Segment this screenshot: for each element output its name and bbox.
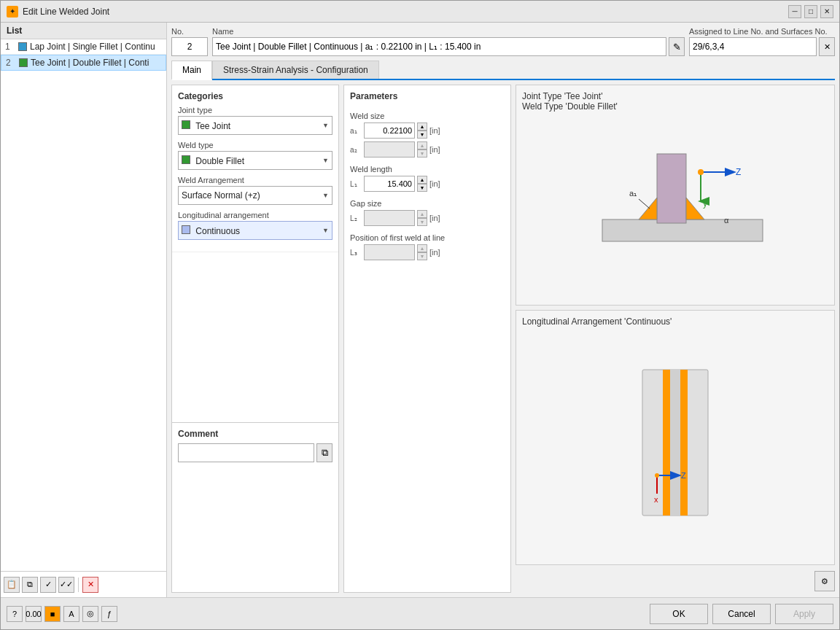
bottom-left-icons: ? 0.00 ■ A ◎ ƒ: [7, 606, 117, 622]
delete-item-button[interactable]: ✕: [82, 577, 98, 593]
diagram-panel: Joint Type 'Tee Joint' Weld Type 'Double…: [516, 85, 835, 593]
list-item-text: Lap Joint | Single Fillet | Continu: [30, 42, 155, 52]
l3-spin-up: ▲: [417, 244, 427, 252]
categories-extra: [172, 252, 338, 422]
name-input[interactable]: [212, 37, 666, 56]
joint-type-dropdown[interactable]: Tee Joint ▼: [178, 116, 332, 135]
formula-button[interactable]: ƒ: [101, 606, 117, 622]
chevron-down-icon: ▼: [322, 122, 329, 129]
title-bar-left: ✦ Edit Line Welded Joint: [7, 6, 109, 18]
l3-unit: [in]: [429, 248, 448, 257]
l3-label: L₃: [350, 249, 362, 257]
svg-text:x: x: [654, 495, 658, 504]
no-label: No.: [171, 27, 208, 36]
a2-row: a₂ ▲ ▼ [in]: [350, 141, 505, 158]
l1-spinner: ▲ ▼: [417, 176, 427, 192]
categories-section: Categories Joint type Tee Joint ▼: [172, 85, 338, 252]
comment-section: Comment ⧉: [172, 422, 338, 593]
help-button[interactable]: ?: [7, 606, 23, 622]
l3-spin-down: ▼: [417, 252, 427, 260]
a1-label: a₁: [350, 127, 362, 135]
a1-spin-up[interactable]: ▲: [417, 122, 427, 131]
view-button[interactable]: ◎: [82, 606, 98, 622]
apply-button[interactable]: Apply: [775, 604, 833, 624]
a1-input[interactable]: [364, 122, 415, 139]
right-panel: No. Name ✎ Assigned to Line No. and Surf…: [167, 23, 839, 597]
tab-main[interactable]: Main: [171, 61, 212, 80]
list-item[interactable]: 1 Lap Joint | Single Fillet | Continu: [1, 39, 166, 55]
parameters-title: Parameters: [350, 91, 505, 101]
assigned-label: Assigned to Line No. and Surfaces No.: [689, 27, 835, 36]
l1-spin-down[interactable]: ▼: [417, 184, 427, 192]
joint-type-value: Tee Joint: [195, 121, 230, 131]
longitudinal-diagram-label: Longitudinal Arrangement 'Continuous': [522, 316, 672, 327]
svg-point-11: [698, 169, 704, 175]
weld-type-dropdown[interactable]: Double Fillet ▼: [178, 151, 332, 170]
svg-text:α: α: [724, 216, 729, 225]
check-item-button[interactable]: ✓: [40, 577, 56, 593]
title-bar: ✦ Edit Line Welded Joint ─ □ ✕: [1, 1, 839, 23]
longitudinal-color: [182, 225, 190, 234]
cancel-button[interactable]: Cancel: [712, 604, 771, 624]
app-icon: ✦: [7, 6, 18, 18]
categories-title: Categories: [178, 91, 332, 101]
l1-spin-up[interactable]: ▲: [417, 176, 427, 184]
no-input[interactable]: [171, 37, 208, 56]
check-all-button[interactable]: ✓✓: [58, 577, 74, 593]
maximize-button[interactable]: □: [804, 5, 817, 18]
weld-length-label: Weld length: [350, 165, 505, 174]
longitudinal-diagram-content: Z x: [522, 327, 828, 559]
chevron-down-icon: ▼: [322, 192, 329, 199]
assigned-input[interactable]: [689, 37, 817, 56]
l2-row: L₂ ▲ ▼ [in]: [350, 210, 505, 226]
edit-name-button[interactable]: ✎: [669, 37, 685, 56]
weld-arrangement-dropdown[interactable]: Surface Normal (+z) ▼: [178, 186, 332, 205]
tab-stress[interactable]: Stress-Strain Analysis - Configuration: [212, 61, 379, 79]
list-bottom: 📋 ⧉ ✓ ✓✓ ✕: [1, 571, 166, 597]
ok-button[interactable]: OK: [650, 604, 708, 624]
chevron-down-icon: ▼: [322, 157, 329, 164]
copy-item-button[interactable]: ⧉: [22, 577, 38, 593]
svg-marker-2: [639, 198, 657, 219]
l3-spinner: ▲ ▼: [417, 244, 427, 260]
copy-comment-button[interactable]: ⧉: [316, 443, 332, 462]
list-item-text: Tee Joint | Double Fillet | Conti: [31, 58, 149, 68]
list-item[interactable]: 2 Tee Joint | Double Fillet | Conti: [1, 55, 166, 71]
weld-size-label: Weld size: [350, 112, 505, 120]
a1-spinner: ▲ ▼: [417, 122, 427, 139]
top-row: No. Name ✎ Assigned to Line No. and Surf…: [171, 27, 835, 56]
main-window: ✦ Edit Line Welded Joint ─ □ ✕ List 1 La…: [0, 0, 840, 630]
a2-spin-up: ▲: [417, 141, 427, 149]
text-button[interactable]: A: [63, 606, 79, 622]
l2-spin-up: ▲: [417, 210, 427, 218]
units-button[interactable]: 0.00: [26, 606, 42, 622]
longitudinal-dropdown[interactable]: Continuous ▼: [178, 221, 332, 240]
l1-input[interactable]: [364, 176, 415, 192]
assigned-group: Assigned to Line No. and Surfaces No. ✕: [689, 27, 835, 56]
weld-type-row: Weld type Double Fillet ▼: [178, 141, 332, 170]
joint-type-label: Joint type: [178, 106, 332, 114]
add-item-button[interactable]: 📋: [4, 577, 20, 593]
close-button[interactable]: ✕: [820, 5, 833, 18]
diagram-settings-button[interactable]: ⚙: [814, 571, 835, 591]
l2-unit: [in]: [429, 214, 448, 222]
a2-input: [364, 141, 415, 158]
minimize-button[interactable]: ─: [788, 5, 801, 18]
comment-select[interactable]: [178, 443, 314, 462]
l2-input: [364, 210, 415, 226]
longitudinal-label: Longitudinal arrangement: [178, 211, 332, 219]
svg-text:y: y: [703, 198, 707, 209]
svg-point-20: [655, 473, 659, 478]
longitudinal-row: Longitudinal arrangement Continuous ▼: [178, 211, 332, 240]
weld-arrangement-label: Weld Arrangement: [178, 176, 332, 184]
color-button[interactable]: ■: [44, 606, 61, 622]
l3-row: L₃ ▲ ▼ [in]: [350, 244, 505, 260]
a1-spin-down[interactable]: ▼: [417, 131, 427, 139]
l2-label: L₂: [350, 214, 362, 222]
content-area: Categories Joint type Tee Joint ▼: [171, 85, 835, 593]
joint-type-color: [182, 120, 190, 129]
joint-diagram-box: Joint Type 'Tee Joint' Weld Type 'Double…: [516, 85, 835, 306]
weld-arrangement-value: Surface Normal (+z): [182, 190, 260, 201]
joint-diagram-type-label: Joint Type 'Tee Joint' Weld Type 'Double…: [522, 91, 618, 112]
assign-button[interactable]: ✕: [819, 37, 835, 56]
